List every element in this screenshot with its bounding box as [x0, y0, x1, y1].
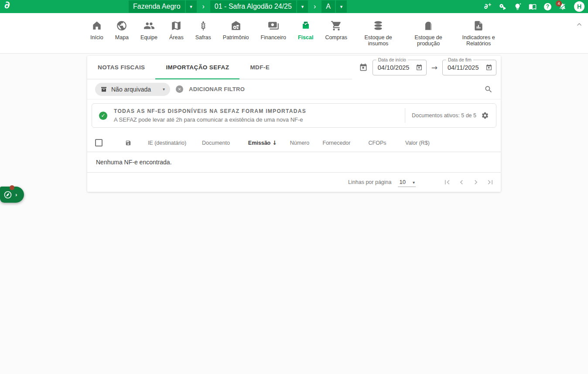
- archive-icon: [100, 86, 107, 93]
- calendar-icon[interactable]: [416, 64, 423, 71]
- home-icon: [91, 20, 103, 31]
- start-date-field[interactable]: Data de início 04/10/2025: [373, 60, 427, 75]
- book-icon[interactable]: [529, 3, 537, 10]
- nav-item-patrimonio[interactable]: Patrimônio: [223, 20, 249, 41]
- save-icon: [125, 140, 131, 146]
- plot-selector[interactable]: A: [321, 0, 335, 13]
- report-chart-icon: [473, 20, 484, 31]
- fiscal-card: NOTAS FISCAIS IMPORTAÇÃO SEFAZ MDF-E Dat…: [87, 56, 501, 192]
- search-icon: [484, 85, 493, 94]
- calendar-shortcut-button[interactable]: [359, 63, 368, 72]
- tab-mdf-e[interactable]: MDF-E: [239, 56, 280, 79]
- end-date-label: Data de fim: [446, 57, 473, 62]
- season-selector[interactable]: 01 - Safra Algodão 24/25: [210, 0, 296, 13]
- end-date-value: 04/11/2025: [448, 64, 485, 71]
- map-icon: [171, 20, 182, 31]
- farm-selector-caret-icon[interactable]: ▾: [186, 0, 197, 13]
- close-icon: ×: [178, 87, 181, 92]
- first-page-button[interactable]: [443, 178, 451, 187]
- nav-item-equipe[interactable]: Equipe: [140, 20, 157, 41]
- people-icon: [144, 20, 155, 31]
- nav-item-mapa[interactable]: Mapa: [115, 20, 129, 41]
- sefaz-status-banner: ✓ TODAS AS NF-ES DISPONÍVEIS NA SEFAZ FO…: [92, 103, 496, 128]
- add-farm-icon[interactable]: ∂+: [484, 2, 492, 10]
- notifications-bell-icon[interactable]: 4: [559, 3, 567, 10]
- column-header-ie[interactable]: IE (destinatário): [144, 140, 190, 146]
- first-page-icon: [443, 178, 451, 187]
- wheat-icon: [198, 20, 209, 31]
- globe-icon: [116, 20, 127, 31]
- nav-item-compras[interactable]: Compras: [325, 20, 347, 41]
- nav-item-financeiro[interactable]: Financeiro: [261, 20, 286, 41]
- lightbulb-plus-icon[interactable]: [514, 3, 521, 10]
- tabs: NOTAS FISCAIS IMPORTAÇÃO SEFAZ MDF-E: [87, 56, 352, 79]
- column-header-valor[interactable]: Valor (R$): [397, 140, 438, 146]
- date-range-controls: Data de início 04/10/2025 → Data de fim …: [359, 56, 501, 79]
- clear-filter-button[interactable]: ×: [176, 85, 183, 93]
- settings-button[interactable]: [481, 112, 489, 119]
- arrow-right-icon: →: [431, 63, 438, 72]
- active-documents-count: Documentos ativos: 5 de 5: [412, 112, 476, 119]
- column-header-fornecedor[interactable]: Fornecedor: [316, 140, 357, 146]
- farm-selector[interactable]: Fazenda Aegro: [129, 0, 185, 13]
- start-date-value: 04/10/2025: [378, 64, 416, 71]
- nav-item-areas[interactable]: Áreas: [169, 20, 184, 41]
- stacked-discs-icon: [373, 20, 384, 31]
- aegro-logo-icon: ∂: [4, 0, 10, 10]
- user-avatar[interactable]: H: [574, 1, 585, 12]
- money-icon: [268, 20, 279, 31]
- last-page-button[interactable]: [486, 178, 495, 187]
- nav-item-inicio[interactable]: Início: [90, 20, 103, 41]
- breadcrumb-chevron-icon: ›: [202, 3, 205, 10]
- add-filter-button[interactable]: ADICIONAR FILTRO: [189, 86, 245, 92]
- success-check-icon: ✓: [99, 112, 107, 120]
- column-header-numero[interactable]: Número: [284, 140, 316, 146]
- previous-page-button[interactable]: [457, 178, 466, 187]
- empty-table-message: Nenhuma NF-e encontrada.: [87, 152, 501, 173]
- chevron-left-icon: [457, 178, 466, 187]
- plot-selector-caret-icon[interactable]: ▾: [336, 0, 347, 13]
- chevron-right-icon: [472, 178, 480, 187]
- breadcrumb-chevron-icon: ›: [314, 3, 316, 10]
- topbar-actions: ∂+ ? 4 H: [484, 0, 585, 13]
- tab-notas-fiscais[interactable]: NOTAS FISCAIS: [87, 56, 155, 79]
- help-icon[interactable]: ?: [544, 3, 551, 10]
- module-nav-items: Início Mapa Equipe Áreas Safras Patrimôn…: [0, 13, 588, 47]
- end-date-field[interactable]: Data de fim 04/11/2025: [442, 60, 496, 75]
- column-header-cfops[interactable]: CFOPs: [357, 140, 397, 146]
- filter-row: Não arquivada ▾ × ADICIONAR FILTRO: [87, 79, 501, 99]
- calendar-icon: [359, 63, 368, 72]
- next-page-button[interactable]: [472, 178, 480, 187]
- notifications-count-badge: 4: [556, 0, 562, 7]
- filter-chip-label: Não arquivada: [111, 86, 159, 93]
- module-navbar: Início Mapa Equipe Áreas Safras Patrimôn…: [0, 13, 588, 54]
- key-icon[interactable]: [499, 3, 506, 10]
- last-page-icon: [486, 178, 495, 187]
- silo-icon: [423, 20, 434, 31]
- nav-item-estoque-producao[interactable]: Estoque de produção: [409, 20, 448, 47]
- rows-per-page-select[interactable]: 10 ▾: [398, 178, 416, 187]
- select-all-checkbox[interactable]: [95, 139, 103, 146]
- nav-item-estoque-insumos[interactable]: Estoque de insumos: [359, 20, 397, 47]
- column-header-documento[interactable]: Documento: [190, 140, 242, 146]
- collapse-navbar-button[interactable]: [577, 23, 582, 26]
- nav-item-safras[interactable]: Safras: [195, 20, 211, 41]
- notification-dot: [10, 185, 14, 190]
- column-header-emissao[interactable]: Emissão ↓: [242, 139, 284, 146]
- news-helper-badge[interactable]: ›: [0, 187, 24, 203]
- nav-item-fiscal[interactable]: Fiscal: [298, 20, 313, 41]
- season-selector-caret-icon[interactable]: ▾: [297, 0, 308, 13]
- chevron-down-icon: ▾: [413, 180, 415, 185]
- tab-importacao-sefaz[interactable]: IMPORTAÇÃO SEFAZ: [155, 56, 239, 79]
- tabs-row: NOTAS FISCAIS IMPORTAÇÃO SEFAZ MDF-E Dat…: [87, 56, 501, 79]
- gear-icon: [481, 112, 489, 119]
- search-button[interactable]: [484, 85, 493, 94]
- nav-item-indicadores[interactable]: Indicadores e Relatórios: [459, 20, 498, 47]
- calendar-icon[interactable]: [485, 64, 492, 71]
- manifest-column-icon[interactable]: [125, 140, 131, 146]
- archived-filter-chip[interactable]: Não arquivada ▾: [95, 83, 170, 96]
- topbar: ∂ Fazenda Aegro ▾ › 01 - Safra Algodão 2…: [0, 0, 588, 13]
- chevron-right-icon: ›: [15, 191, 17, 198]
- start-date-label: Data de início: [376, 57, 408, 62]
- chevron-up-icon: [577, 23, 582, 26]
